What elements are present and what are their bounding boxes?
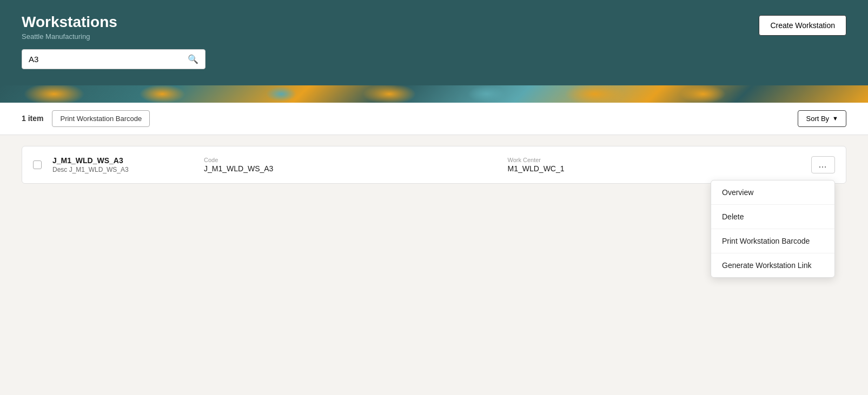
work-center-value: M1_WLD_WC_1: [508, 164, 801, 173]
workstation-desc: Desc J_M1_WLD_WS_A3: [52, 166, 193, 173]
menu-item-generate-link[interactable]: Generate Workstation Link: [711, 253, 834, 277]
sort-by-button[interactable]: Sort By ▼: [798, 110, 846, 127]
item-name-block: J_M1_WLD_WS_A3 Desc J_M1_WLD_WS_A3: [52, 156, 193, 173]
work-center-field: Work Center M1_WLD_WC_1: [508, 157, 801, 173]
main-content: 1 item Print Workstation Barcode Sort By…: [0, 103, 868, 395]
search-box: 🔍: [22, 49, 206, 69]
code-field: Code J_M1_WLD_WS_A3: [204, 157, 497, 173]
menu-item-print-barcode[interactable]: Print Workstation Barcode: [711, 229, 834, 253]
print-barcode-button[interactable]: Print Workstation Barcode: [52, 110, 150, 127]
item-count: 1 item: [22, 114, 43, 123]
menu-item-delete[interactable]: Delete: [711, 205, 834, 229]
work-center-label: Work Center: [508, 157, 801, 163]
decorative-banner: [0, 85, 868, 103]
row-checkbox[interactable]: [33, 160, 42, 169]
sort-by-label: Sort By: [806, 115, 829, 123]
create-workstation-button[interactable]: Create Workstation: [759, 15, 846, 36]
list-toolbar: 1 item Print Workstation Barcode Sort By…: [0, 103, 868, 135]
workstation-name: J_M1_WLD_WS_A3: [52, 156, 193, 165]
search-icon: 🔍: [188, 54, 198, 64]
menu-item-overview[interactable]: Overview: [711, 180, 834, 205]
page-title: Workstations: [22, 13, 846, 31]
code-label: Code: [204, 157, 497, 163]
context-menu: Overview Delete Print Workstation Barcod…: [711, 180, 835, 278]
search-input[interactable]: [29, 55, 188, 64]
code-value: J_M1_WLD_WS_A3: [204, 164, 497, 173]
page-subtitle: Seattle Manufacturing: [22, 32, 846, 41]
more-button-container: … Overview Delete Print Workstation Barc…: [811, 156, 835, 173]
more-options-button[interactable]: …: [811, 156, 835, 173]
table-row: J_M1_WLD_WS_A3 Desc J_M1_WLD_WS_A3 Code …: [22, 146, 846, 184]
page-header: Workstations Seattle Manufacturing 🔍 Cre…: [0, 0, 868, 85]
chevron-down-icon: ▼: [832, 115, 838, 122]
workstation-list: J_M1_WLD_WS_A3 Desc J_M1_WLD_WS_A3 Code …: [0, 135, 868, 195]
